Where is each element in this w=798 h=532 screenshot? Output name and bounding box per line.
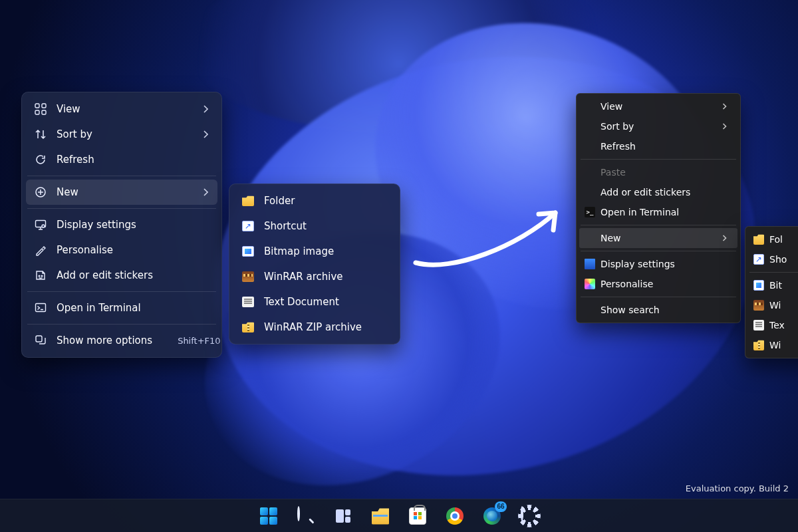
keyboard-shortcut: Shift+F10 [178, 336, 220, 346]
menu-item-new[interactable]: New [26, 180, 217, 205]
menu-item-view[interactable]: View [579, 96, 737, 116]
menu-item-show-more[interactable]: Show more options Shift+F10 [26, 328, 217, 353]
sort-icon [34, 128, 47, 141]
edge-button[interactable]: 66 [479, 503, 505, 529]
classic-context-menu: View Sort by Refresh Paste Add or edit s… [576, 93, 741, 323]
svg-rect-2 [35, 110, 39, 114]
evaluation-watermark: Evaluation copy. Build 2 [686, 483, 789, 493]
settings-button[interactable] [516, 503, 543, 529]
task-view-button[interactable] [330, 503, 356, 529]
submenu-item-bmp[interactable]: Bitmap image [233, 239, 396, 264]
display-settings-icon [34, 218, 47, 231]
start-button[interactable] [255, 503, 282, 529]
menu-label: Bit [769, 280, 798, 291]
menu-item-sort[interactable]: Sort by [579, 116, 737, 136]
menu-label: New [600, 233, 697, 243]
menu-label: Display settings [600, 259, 727, 269]
shortcut-icon [241, 219, 255, 233]
menu-label: Add or edit stickers [57, 269, 208, 281]
menu-item-terminal[interactable]: Open in Terminal [579, 202, 737, 222]
menu-item-refresh[interactable]: Refresh [579, 136, 737, 156]
menu-separator [27, 208, 216, 209]
menu-label: Add or edit stickers [600, 187, 727, 198]
menu-item-stickers[interactable]: Add or edit stickers [579, 182, 737, 202]
stickers-icon [34, 269, 47, 282]
menu-item-refresh[interactable]: Refresh [26, 147, 217, 172]
menu-item-sort[interactable]: Sort by [26, 122, 217, 147]
menu-item-stickers[interactable]: Add or edit stickers [26, 263, 217, 288]
menu-label: Sho [769, 254, 798, 265]
svg-point-8 [41, 275, 43, 277]
submenu-item-zip[interactable]: Wi [748, 335, 798, 355]
menu-label: Bitmap image [264, 245, 384, 257]
notification-badge: 66 [495, 501, 507, 512]
menu-separator [581, 297, 736, 297]
file-explorer-button[interactable] [367, 503, 394, 529]
desktop-context-menu: View Sort by Refresh New Display se [21, 92, 222, 358]
classic-submenu-new: FolShoBitWiTexWi [745, 226, 798, 358]
menu-label: Shortcut [264, 220, 384, 232]
menu-label: Fol [769, 234, 798, 245]
submenu-item-rar[interactable]: WinRAR archive [233, 264, 396, 289]
menu-label: Paste [600, 167, 727, 178]
submenu-item-txt[interactable]: Text Document [233, 289, 396, 315]
submenu-item-shortcut[interactable]: Shortcut [233, 213, 396, 239]
menu-item-personalise[interactable]: Personalise [26, 237, 217, 263]
menu-separator [27, 291, 216, 292]
menu-label: WinRAR archive [264, 271, 384, 283]
submenu-item-bmp[interactable]: Bit [748, 275, 798, 295]
bmp-icon [753, 280, 764, 291]
menu-separator [27, 176, 216, 176]
submenu-item-zip[interactable]: WinRAR ZIP archive [233, 315, 396, 340]
gear-icon [521, 507, 538, 525]
microsoft-store-icon [409, 507, 426, 525]
task-view-icon [334, 507, 352, 525]
menu-item-new[interactable]: New [579, 228, 737, 248]
svg-rect-1 [42, 104, 46, 108]
shortcut-icon [753, 254, 764, 265]
svg-point-6 [42, 225, 45, 227]
personalise-icon [34, 243, 47, 257]
menu-item-personalise[interactable]: Personalise [579, 274, 737, 294]
svg-rect-3 [42, 110, 46, 114]
txt-icon [753, 320, 764, 331]
menu-item-display-settings[interactable]: Display settings [26, 212, 217, 237]
menu-label: View [600, 101, 697, 112]
menu-item-terminal[interactable]: Open in Terminal [26, 295, 217, 321]
windows-logo-icon [260, 507, 277, 525]
svg-rect-0 [35, 104, 39, 108]
menu-item-view[interactable]: View [26, 96, 217, 122]
taskbar: 66 [0, 499, 798, 532]
menu-label: Personalise [57, 244, 208, 256]
microsoft-store-button[interactable] [404, 503, 431, 529]
menu-label: Tex [769, 320, 798, 331]
menu-separator [749, 272, 798, 273]
search-button[interactable] [293, 503, 319, 529]
chevron-right-icon [203, 188, 208, 196]
menu-label: Personalise [600, 279, 727, 289]
new-icon [34, 186, 47, 199]
menu-label: View [57, 103, 182, 115]
terminal-icon [585, 207, 595, 217]
view-icon [34, 102, 47, 116]
more-options-icon [34, 334, 47, 347]
rar-icon [241, 270, 255, 283]
menu-item-paste: Paste [579, 162, 737, 182]
bmp-icon [241, 245, 255, 258]
submenu-item-folder[interactable]: Fol [748, 229, 798, 249]
menu-label: Open in Terminal [57, 302, 208, 314]
personalise-icon [585, 279, 595, 289]
chevron-right-icon [722, 235, 727, 241]
menu-separator [27, 324, 216, 325]
submenu-item-folder[interactable]: Folder [233, 188, 396, 213]
menu-label: Sort by [57, 128, 182, 140]
menu-item-show-search[interactable]: Show search [579, 300, 737, 320]
menu-label: Display settings [57, 219, 208, 231]
submenu-item-rar[interactable]: Wi [748, 295, 798, 315]
submenu-item-txt[interactable]: Tex [748, 315, 798, 335]
menu-label: Wi [769, 300, 798, 311]
chevron-right-icon [722, 123, 727, 130]
submenu-item-shortcut[interactable]: Sho [748, 249, 798, 269]
menu-item-display-settings[interactable]: Display settings [579, 254, 737, 274]
chrome-button[interactable] [442, 503, 468, 529]
